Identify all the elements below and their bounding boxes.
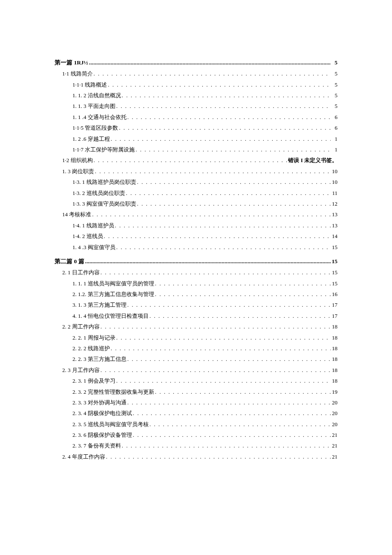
toc-page-number: 21 (331, 452, 337, 462)
toc-page-number: 5 (331, 58, 337, 68)
toc-leader-dots (101, 267, 331, 277)
toc-label: 2. 3. 4 阴极保护电位测试 (72, 408, 132, 418)
toc-page-number: 17 (331, 300, 337, 310)
toc-page-number: 5 (331, 101, 337, 111)
toc-label: 1. 1. 1 巡线员与阀室值守员的管理 (72, 279, 154, 288)
toc-leader-dots (95, 166, 331, 176)
toc-entry: 2. 1.2. 第三方施工信息收集与管理16 (55, 289, 337, 299)
toc-label: 14 考核标准 (62, 209, 91, 219)
toc-entry: 2. 3. 1 例会及学习18 (55, 376, 337, 386)
toc-leader-dots (150, 419, 331, 429)
toc-label: 2. 4 年度工作内容 (62, 452, 105, 462)
toc-label: 2. 2 周工作内容 (62, 322, 100, 331)
toc-page-number: 12 (331, 199, 337, 209)
toc-page-number: 13 (331, 209, 337, 219)
toc-page-number: 5 (331, 69, 337, 78)
toc-page-number: 17 (331, 311, 337, 321)
toc-leader-dots (137, 177, 331, 187)
toc-page-number: 21 (331, 430, 337, 440)
toc-label: 2. 3. 7 备份有关资料 (72, 441, 121, 450)
toc-label: 2. 3. 6 阴极保护设备管理 (72, 430, 132, 440)
toc-leader-dots (137, 199, 331, 209)
toc-leader-dots (155, 279, 331, 288)
toc-page-number: 14 (331, 231, 337, 241)
toc-leader-dots (116, 242, 331, 252)
toc-label: 1. 1. 2 沿线自然概况 (72, 90, 121, 100)
toc-label: 第二篇 0 篇 (55, 256, 84, 267)
toc-entry: 1. 1. 1 巡线员与阀室值守员的管理15 (55, 279, 337, 288)
toc-leader-dots (116, 333, 331, 343)
toc-leader-dots (119, 123, 331, 133)
toc-label: 2. 3. 5 巡线员与阀室值守员考核 (72, 419, 149, 429)
toc-leader-dots (127, 300, 331, 310)
toc-label: 1·4. 1 线路巡护员 (72, 221, 114, 230)
toc-page-number: 18 (331, 376, 337, 386)
toc-label: 1·3. 2 巡线员岗位职责 (72, 188, 125, 198)
toc-page-number: 15 (331, 256, 337, 267)
toc-entry: 2. 2. 2 线路巡护18 (55, 343, 337, 353)
toc-leader-dots (106, 452, 331, 462)
toc-entry: 1·3. 2 巡线员岗位职责11 (55, 188, 337, 198)
toc-page-number: 13 (331, 221, 337, 230)
toc-page-number: 15 (331, 267, 337, 277)
toc-leader-dots (155, 289, 331, 299)
toc-leader-dots (127, 112, 331, 122)
toc-label: 2. 3 月工作内容 (62, 365, 100, 375)
toc-entry: 1. 1 .4 交通与社会依托6 (55, 112, 337, 122)
toc-page-number: 5 (331, 80, 337, 90)
toc-entry: 1·1 线路简介5 (55, 69, 337, 78)
toc-label: 2. 1.2. 第三方施工信息收集与管理 (72, 289, 154, 299)
toc-leader-dots (150, 311, 331, 321)
toc-entry: 4. 1. 4 恒电位仪管理日检查项目17 (55, 311, 337, 321)
toc-leader-dots (108, 80, 331, 90)
toc-page-number: 19 (331, 387, 337, 397)
toc-leader-dots (104, 231, 331, 241)
toc-page-number: 18 (331, 322, 337, 331)
toc-page-number: 1 (331, 134, 337, 144)
toc-leader-dots (122, 90, 331, 100)
toc-page-number: 1 (331, 145, 337, 154)
toc-entry: 1·2 组织机构错误 I 未定义书签。 (55, 155, 337, 165)
toc-label: 1·3. 1 线路巡护员岗位职责 (72, 177, 136, 187)
toc-leader-dots (116, 101, 331, 111)
toc-entry: 2. 2. 3 第三方施工信息18 (55, 354, 337, 364)
toc-entry: 1·3. 1 线路巡护员岗位职责10 (55, 177, 337, 187)
toc-page-number: 20 (331, 408, 337, 418)
toc-label: 1·1·5 管道区段参数 (72, 123, 118, 133)
toc-label: 1·3. 3 阀室值守员岗位职责 (72, 199, 136, 209)
toc-leader-dots (116, 376, 331, 386)
toc-page-number: 18 (331, 343, 337, 353)
toc-entry: 2. 3. 7 备份有关资料21 (55, 441, 337, 450)
toc-entry: 2. 3. 5 巡线员与阀室值守员考核20 (55, 419, 337, 429)
toc-entry: 1. 1. 3 平面走向图5 (55, 101, 337, 111)
toc-entry: 1·3. 3 阀室值守员岗位职责12 (55, 199, 337, 209)
toc-leader-dots (127, 354, 331, 364)
toc-leader-dots (89, 58, 331, 68)
toc-label: 第一篇 1RJ½ (55, 58, 88, 68)
toc-entry: 1·1·1 线路概述5 (55, 80, 337, 90)
toc-page-number: 16 (331, 289, 337, 299)
toc-page-number: 20 (331, 398, 337, 407)
toc-label: 2. 3. 3 对外协调与沟通 (72, 398, 127, 407)
toc-page-number: 错误 I 未定义书签。 (288, 155, 337, 165)
toc-label: 1. 4 .3 阀室值守员 (72, 242, 115, 252)
toc-label: 1·1·7 水工保护等附属设施 (72, 145, 135, 154)
toc-label: 2. 2. 3 第三方施工信息 (72, 354, 127, 364)
toc-page-number: 11 (331, 188, 337, 198)
toc-leader-dots (111, 134, 331, 144)
toc-leader-dots (133, 408, 331, 418)
toc-leader-dots (127, 398, 331, 407)
toc-label: 2. 1 日工作内容 (62, 267, 100, 277)
toc-label: 1·1·1 线路概述 (72, 80, 107, 90)
toc-entry: 第一篇 1RJ½5 (55, 58, 337, 68)
toc-label: 4. 1. 4 恒电位仪管理日检查项目 (72, 311, 149, 321)
toc-entry: 14 考核标准13 (55, 209, 337, 219)
toc-leader-dots (92, 209, 331, 219)
toc-page-number: 10 (331, 166, 337, 176)
toc-label: 2. 2. 2 线路巡护 (72, 343, 110, 353)
toc-page-number: 15 (331, 242, 337, 252)
toc-entry: 2. 2 周工作内容18 (55, 322, 337, 331)
toc-entry: 2. 3. 6 阴极保护设备管理21 (55, 430, 337, 440)
toc-entry: 1·1·7 水工保护等附属设施1 (55, 145, 337, 154)
toc-entry: 2. 3. 3 对外协调与沟通20 (55, 398, 337, 407)
